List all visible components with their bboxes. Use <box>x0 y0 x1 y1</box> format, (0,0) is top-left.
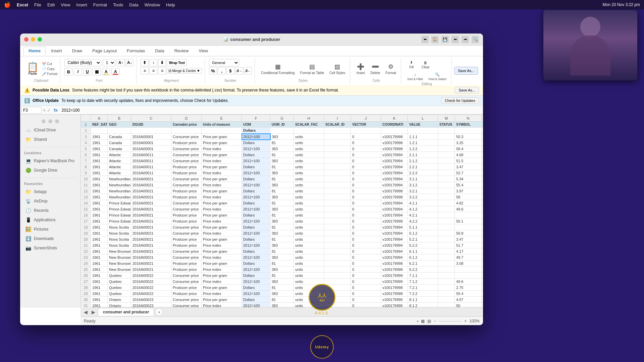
cell-22-1[interactable]: New Brunswick <box>108 248 131 254</box>
cell-8-8[interactable] <box>324 164 351 170</box>
cell-17-11[interactable]: 4.2.2 <box>408 218 438 224</box>
cell-30-3[interactable]: Consumer price <box>171 297 202 303</box>
cell-29-5[interactable]: 2012=100 <box>242 291 270 297</box>
cell-3-11[interactable]: 1.1.1 <box>408 134 438 140</box>
zoom-slider[interactable]: ──────── <box>439 319 462 323</box>
cell-24-5[interactable]: Dollars <box>242 260 270 266</box>
cell-6-2[interactable]: 2016A00011 <box>131 152 171 158</box>
cell-17-2[interactable]: 2016A00021 <box>131 218 171 224</box>
cell-7-4[interactable]: Price index <box>202 158 242 164</box>
cell-7-13[interactable]: 51.5 <box>455 158 482 164</box>
align-bottom-button[interactable]: ⬇ <box>158 59 166 66</box>
cell-9-11[interactable]: 2.2.2 <box>408 170 438 176</box>
cell-15-0[interactable]: 1961 <box>91 206 108 212</box>
cell-4-11[interactable]: 1.2.1 <box>408 140 438 146</box>
cell-9-7[interactable]: units <box>294 170 324 176</box>
row-number-8[interactable]: 8 <box>81 164 91 170</box>
cell-10-13[interactable]: 5.34 <box>455 176 482 182</box>
formula-input[interactable] <box>60 108 482 113</box>
cell-21-6[interactable]: 383 <box>270 242 294 248</box>
toolbar-icon-5[interactable]: ➡ <box>462 36 469 43</box>
cell-21-4[interactable]: Price index <box>202 242 242 248</box>
font-color-button[interactable]: A <box>111 68 119 75</box>
percent-button[interactable]: % <box>209 67 217 74</box>
cell-25-8[interactable] <box>324 266 351 273</box>
cell-20-10[interactable]: v100179994 <box>381 236 408 242</box>
cell-21-8[interactable] <box>324 242 351 248</box>
sidebar-item-macbook[interactable]: 💻 Rajeev's MacBook Pro <box>21 157 79 165</box>
cell-14-9[interactable]: 0 <box>351 200 381 206</box>
row-number-9[interactable]: 9 <box>81 170 91 176</box>
cell-7-10[interactable]: v100179994 <box>381 158 408 164</box>
cell-19-4[interactable]: Price index <box>202 230 242 236</box>
tab-review[interactable]: Review <box>170 47 194 55</box>
cell-10-5[interactable]: Dollars <box>242 176 270 182</box>
row-number-27[interactable]: 27 <box>81 279 91 285</box>
minimize-button[interactable] <box>31 37 35 42</box>
merge-centre-button[interactable]: ⊟ Merge & Centre ▼ <box>167 68 202 74</box>
sheet-scroll-right[interactable]: ▶ <box>90 309 97 315</box>
add-sheet-button[interactable]: + <box>155 308 163 316</box>
cell-9-8[interactable] <box>324 170 351 176</box>
cell-1-8[interactable]: SCALAR_ID <box>324 122 351 128</box>
cell-4-6[interactable]: 81 <box>270 140 294 146</box>
cell-23-7[interactable]: units <box>294 254 324 260</box>
increase-font-size[interactable]: A↑ <box>117 59 125 66</box>
row-number-26[interactable]: 26 <box>81 273 91 279</box>
cell-20-13[interactable]: 3.47 <box>455 236 482 242</box>
mac-menu-format[interactable]: Format <box>93 2 107 7</box>
cell-25-14[interactable] <box>482 266 483 273</box>
cell-13-0[interactable]: 1961 <box>91 194 108 200</box>
cell-6-0[interactable]: 1961 <box>91 152 108 158</box>
cell-2-5[interactable]: Dollars <box>242 128 270 134</box>
maximize-button[interactable] <box>38 37 42 42</box>
cell-23-10[interactable]: v100179994 <box>381 254 408 260</box>
cell-26-3[interactable]: Consumer price <box>171 273 202 279</box>
cell-11-6[interactable]: 383 <box>270 182 294 188</box>
cell-9-3[interactable]: Producer price <box>171 170 202 176</box>
cell-17-6[interactable]: 383 <box>270 218 294 224</box>
cell-22-12[interactable] <box>438 248 455 254</box>
cell-2-3[interactable] <box>171 128 202 134</box>
cell-9-12[interactable] <box>438 170 455 176</box>
cell-6-9[interactable]: 0 <box>351 152 381 158</box>
cell-5-11[interactable]: 1.2.2 <box>408 146 438 152</box>
cell-19-5[interactable]: 2012=100 <box>242 230 270 236</box>
cell-20-9[interactable]: 0 <box>351 236 381 242</box>
cell-28-10[interactable]: v100179998 <box>381 285 408 291</box>
cell-8-6[interactable]: 81 <box>270 164 294 170</box>
tab-insert[interactable]: Insert <box>46 47 67 55</box>
col-header-N[interactable]: N <box>455 115 482 122</box>
cell-11-11[interactable]: 3.1.2 <box>408 182 438 188</box>
cell-22-7[interactable]: units <box>294 248 324 254</box>
cell-19-2[interactable]: 2016A00021 <box>131 230 171 236</box>
cell-29-14[interactable] <box>482 291 483 297</box>
conditional-formatting-button[interactable]: ▦ Conditional Formatting <box>259 62 297 76</box>
cell-12-3[interactable]: Producer price <box>171 188 202 194</box>
cell-19-11[interactable]: 5.1.2 <box>408 230 438 236</box>
cell-25-12[interactable] <box>438 266 455 273</box>
cell-25-0[interactable]: 1961 <box>91 266 108 273</box>
cell-22-9[interactable]: 0 <box>351 248 381 254</box>
cell-24-6[interactable]: 81 <box>270 260 294 266</box>
cell-5-8[interactable] <box>324 146 351 152</box>
cell-26-0[interactable]: 1961 <box>91 273 108 279</box>
cell-8-1[interactable]: Atlantic <box>108 164 131 170</box>
cell-26-14[interactable] <box>482 273 483 279</box>
cell-30-4[interactable]: Price per gram <box>202 297 242 303</box>
cell-3-0[interactable]: 1961 <box>91 134 108 140</box>
cell-20-11[interactable]: 5.2.1 <box>408 236 438 242</box>
format-as-table-button[interactable]: ▤ Format as Table <box>298 62 326 76</box>
cell-12-5[interactable]: Dollars <box>242 188 270 194</box>
mac-menu-edit[interactable]: Edit <box>47 2 55 7</box>
cell-3-3[interactable]: Consumer price <box>171 134 202 140</box>
cell-23-8[interactable] <box>324 254 351 260</box>
cell-14-12[interactable] <box>438 200 455 206</box>
cell-22-5[interactable]: Dollars <box>242 248 270 254</box>
cell-18-2[interactable]: 2016A00021 <box>131 224 171 230</box>
cell-3-8[interactable] <box>324 134 351 140</box>
cell-21-5[interactable]: 2012=100 <box>242 242 270 248</box>
cell-3-12[interactable] <box>438 134 455 140</box>
cell-28-2[interactable]: 2016A00022 <box>131 285 171 291</box>
cell-25-4[interactable]: Price index <box>202 266 242 273</box>
